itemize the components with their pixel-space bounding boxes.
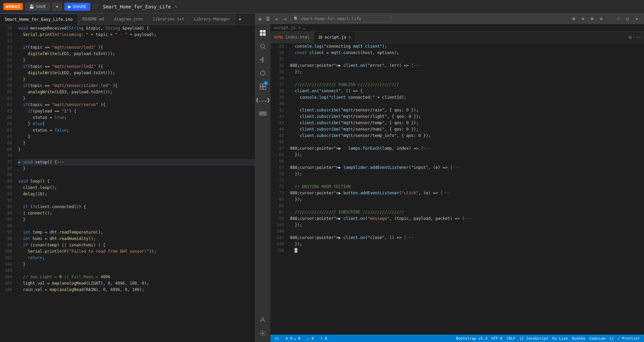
activity-api-icon[interactable]: API	[257, 107, 269, 119]
window-controls: ⊞ ⊟ ⊠ ⊡ — □ ✕	[570, 16, 641, 21]
vscode-titlebar: ❖ ☰ ← → 🔍 smart-home-for-smart-life ⊞ ⊟ …	[255, 13, 644, 24]
status-quokka[interactable]: Quokka	[571, 336, 587, 341]
forward-icon[interactable]: →	[282, 16, 288, 21]
wokwi-logo: WOKWI	[3, 3, 23, 10]
svg-rect-13	[260, 84, 263, 86]
js-file-icon: JS	[318, 35, 323, 40]
search-text: smart-home-for-smart-life	[301, 16, 361, 21]
warning-count: △ 0	[294, 336, 300, 341]
status-encoding[interactable]: UTF-8	[490, 336, 504, 341]
svg-point-8	[260, 59, 261, 60]
close-tab-button[interactable]: ✕	[348, 35, 351, 40]
svg-point-4	[260, 44, 264, 48]
tab-library-manager[interactable]: Library Manager	[189, 13, 235, 25]
activity-braces-icon[interactable]: {...}	[257, 94, 269, 106]
status-sync[interactable]: ↑ 0	[319, 336, 329, 341]
edit-title-icon[interactable]: ✎	[175, 4, 177, 9]
vscode-content: 4 {...} API	[255, 24, 644, 342]
status-language[interactable]: {} JavaScript	[518, 336, 550, 341]
svg-rect-3	[263, 33, 265, 36]
editor-area: script.js > … HTML index.html JS script.…	[270, 24, 644, 342]
main-layout: Smart_Home_for_Easy_Life.ino README.md d…	[0, 13, 644, 342]
editor-tab-html[interactable]: HTML index.html	[270, 32, 314, 43]
vscode-panel: ❖ ☰ ← → 🔍 smart-home-for-smart-life ⊞ ⊟ …	[255, 13, 644, 342]
left-code-editor: 5051525354555657585960616263646566676869…	[0, 25, 255, 342]
favorite-button[interactable]: ♡	[93, 3, 98, 10]
svg-point-18	[262, 333, 264, 334]
layout-icon-1[interactable]: ⊞	[570, 16, 578, 21]
right-code-editor: 2930313235363738394041424344454647656667…	[270, 43, 644, 335]
right-line-numbers: 2930313235363738394041424344454647656667…	[270, 43, 288, 335]
svg-rect-0	[260, 30, 262, 33]
editor-tab-js[interactable]: JS script.js ✕	[314, 32, 356, 43]
svg-rect-2	[260, 33, 262, 36]
svg-rect-15	[260, 87, 263, 90]
vs-icon: VS	[275, 336, 279, 341]
save-button[interactable]: 💾 SAVE	[26, 3, 50, 11]
status-prettier[interactable]: ✓ Prettier	[616, 336, 641, 341]
activity-git-icon[interactable]	[257, 54, 269, 66]
vscode-logo-icon: ❖	[258, 16, 262, 22]
status-vscode-icon[interactable]: VS	[273, 336, 280, 341]
error-count: ⊗ 0	[286, 336, 292, 341]
status-warnings2[interactable]: ⚠ 0	[306, 336, 315, 341]
right-code-area[interactable]: console.log("connecting mqtt client"); c…	[288, 43, 644, 335]
topbar: WOKWI 💾 SAVE ▾ ▶ SHARE ♡ Smart_Home_for_…	[0, 0, 644, 13]
status-bar: VS ⊗ 0 △ 0 ⚠ 0 ↑ 0 Bootstrap v5.3	[270, 335, 644, 342]
left-code-area[interactable]: void messageReceived(String &topic, Stri…	[16, 25, 255, 342]
activity-bar: 4 {...} API	[255, 24, 270, 342]
share-icon: ▶	[68, 4, 71, 9]
back-icon[interactable]: ←	[274, 16, 280, 21]
sync-count: ↑ 0	[320, 336, 327, 341]
layout-icon-4[interactable]: ⊡	[597, 16, 605, 21]
title-search-bar[interactable]: 🔍 smart-home-for-smart-life	[291, 15, 391, 22]
tab-diagram[interactable]: diagram.json	[109, 13, 148, 25]
menu-icon[interactable]: ☰	[264, 16, 271, 21]
svg-rect-16	[263, 87, 266, 90]
share-button[interactable]: ▶ SHARE	[64, 3, 90, 11]
html-file-icon: HTML	[275, 35, 284, 40]
svg-rect-1	[263, 30, 265, 33]
activity-account-icon[interactable]	[257, 314, 269, 326]
save-dropdown-button[interactable]: ▾	[52, 3, 62, 11]
activity-bottom	[257, 314, 269, 342]
editor-tabs: HTML index.html JS script.js ✕ ⊟ ···	[270, 32, 644, 43]
extensions-badge: 4	[263, 81, 268, 85]
svg-line-5	[264, 48, 266, 49]
svg-point-7	[262, 61, 263, 62]
svg-point-17	[262, 317, 264, 320]
status-right: Bootstrap v5.3 UTF-8 CRLF {} JavaScript	[455, 336, 641, 341]
file-tabs: Smart_Home_for_Easy_Life.ino README.md d…	[0, 13, 255, 25]
left-line-numbers: 5051525354555657585960616263646566676869…	[0, 25, 16, 342]
maximize-button[interactable]: □	[624, 16, 632, 21]
status-codeium[interactable]: Codeium: {}	[588, 336, 615, 341]
status-golive[interactable]: Go Live	[551, 336, 569, 341]
activity-extensions-icon[interactable]: 4	[257, 81, 269, 93]
tab-readme[interactable]: README.md	[78, 13, 109, 25]
editor-tab-actions: ⊟ ···	[629, 35, 644, 40]
svg-point-6	[262, 57, 263, 58]
split-editor-icon[interactable]: ⊟	[629, 35, 631, 40]
project-title: Smart_Home_for_Easy_Life	[103, 4, 171, 9]
save-icon: 💾	[29, 4, 34, 9]
activity-search-icon[interactable]	[257, 40, 269, 52]
status-errors[interactable]: ⊗ 0 △ 0	[284, 336, 302, 341]
layout-icon-3[interactable]: ⊠	[588, 16, 596, 21]
layout-icon-2[interactable]: ⊟	[579, 16, 587, 21]
activity-explorer-icon[interactable]	[257, 27, 269, 39]
svg-point-9	[260, 71, 265, 75]
status-eol[interactable]: CRLF	[505, 336, 517, 341]
more-actions-icon[interactable]: ···	[633, 35, 641, 40]
left-editor-panel: Smart_Home_for_Easy_Life.ino README.md d…	[0, 13, 255, 342]
minimize-button[interactable]: —	[614, 16, 622, 21]
tabs-dropdown-button[interactable]: ▾	[235, 13, 245, 25]
warning2-count: ⚠ 0	[307, 336, 314, 341]
close-window-button[interactable]: ✕	[633, 16, 641, 21]
breadcrumb: script.js > …	[270, 24, 644, 32]
tab-ino[interactable]: Smart_Home_for_Easy_Life.ino	[0, 13, 78, 25]
activity-debug-icon[interactable]	[257, 67, 269, 79]
status-bootstrap[interactable]: Bootstrap v5.3	[455, 336, 489, 341]
activity-settings-icon[interactable]	[257, 327, 269, 339]
tab-libraries[interactable]: libraries.txt	[148, 13, 189, 25]
